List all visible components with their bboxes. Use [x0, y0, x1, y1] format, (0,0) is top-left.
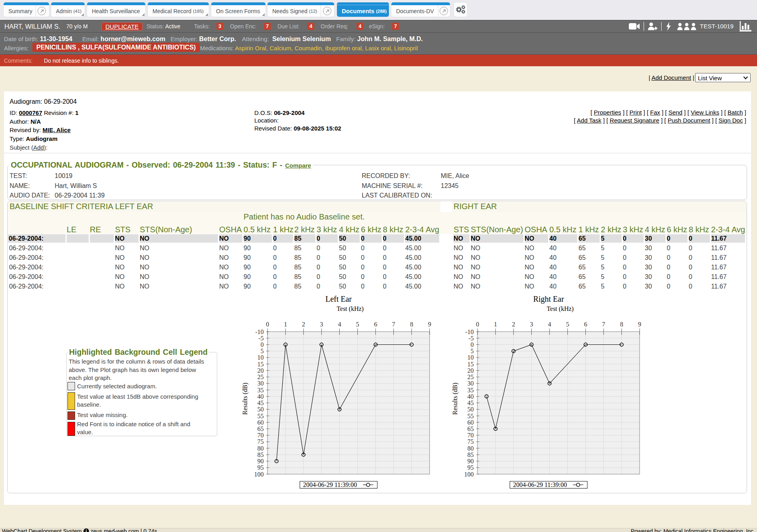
svg-text:60: 60: [468, 419, 474, 426]
svg-text:100: 100: [254, 471, 264, 478]
svg-text:85: 85: [468, 451, 474, 458]
svg-text:35: 35: [468, 387, 474, 394]
svg-text:2: 2: [512, 321, 515, 328]
svg-text:Results (dB): Results (dB): [452, 383, 459, 415]
svg-text:-5: -5: [468, 335, 474, 342]
svg-text:100: 100: [464, 471, 474, 478]
svg-text:95: 95: [468, 464, 474, 471]
svg-text:45: 45: [258, 399, 264, 406]
svg-text:3: 3: [530, 321, 533, 328]
svg-text:5: 5: [261, 348, 264, 354]
svg-text:15: 15: [258, 361, 264, 368]
svg-text:40: 40: [258, 393, 264, 400]
svg-text:-10: -10: [465, 328, 474, 335]
svg-text:50: 50: [468, 406, 474, 413]
svg-text:Test (kHz): Test (kHz): [547, 305, 574, 312]
svg-text:1: 1: [284, 321, 287, 328]
svg-text:5: 5: [471, 348, 474, 354]
svg-text:7: 7: [392, 321, 395, 328]
svg-text:10: 10: [258, 354, 264, 361]
svg-text:15: 15: [468, 361, 474, 368]
svg-text:60: 60: [258, 419, 264, 426]
svg-text:0: 0: [471, 341, 474, 348]
svg-text:70: 70: [258, 432, 264, 439]
svg-text:70: 70: [468, 432, 474, 439]
svg-text:65: 65: [468, 425, 474, 432]
svg-text:30: 30: [468, 380, 474, 387]
svg-text:30: 30: [258, 380, 264, 387]
svg-text:-10: -10: [255, 328, 264, 335]
svg-text:45: 45: [468, 399, 474, 406]
svg-text:6: 6: [584, 321, 587, 328]
svg-text:80: 80: [468, 445, 474, 452]
svg-text:25: 25: [468, 374, 474, 380]
svg-text:80: 80: [258, 445, 264, 452]
svg-text:2004-06-29 11:39:00: 2004-06-29 11:39:00: [303, 481, 357, 488]
svg-text:35: 35: [258, 387, 264, 394]
svg-text:6: 6: [374, 321, 377, 328]
svg-text:25: 25: [258, 374, 264, 380]
svg-text:Test (kHz): Test (kHz): [337, 305, 364, 312]
svg-text:1: 1: [494, 321, 497, 328]
svg-text:9: 9: [428, 321, 431, 328]
svg-text:20: 20: [258, 367, 264, 374]
svg-text:10: 10: [468, 354, 474, 361]
svg-text:40: 40: [468, 393, 474, 400]
svg-text:0: 0: [476, 321, 479, 328]
svg-text:90: 90: [468, 458, 474, 465]
svg-text:Results (dB): Results (dB): [242, 383, 249, 415]
svg-text:3: 3: [320, 321, 323, 328]
svg-text:Right Ear: Right Ear: [533, 295, 564, 304]
svg-text:5: 5: [566, 321, 569, 328]
svg-text:55: 55: [468, 413, 474, 419]
svg-text:95: 95: [258, 464, 264, 471]
svg-text:9: 9: [638, 321, 641, 328]
svg-text:90: 90: [258, 458, 264, 465]
svg-text:Left Ear: Left Ear: [325, 295, 352, 303]
svg-text:2: 2: [302, 321, 305, 328]
svg-text:75: 75: [468, 438, 474, 445]
svg-text:2004-06-29 11:39:00: 2004-06-29 11:39:00: [513, 481, 567, 488]
svg-text:0: 0: [261, 341, 264, 348]
svg-text:8: 8: [410, 321, 413, 328]
svg-text:-5: -5: [258, 335, 264, 342]
svg-text:50: 50: [258, 406, 264, 413]
svg-text:5: 5: [356, 321, 359, 328]
svg-text:85: 85: [258, 451, 264, 458]
svg-text:65: 65: [258, 425, 264, 432]
svg-text:55: 55: [258, 413, 264, 419]
svg-text:4: 4: [338, 321, 341, 328]
svg-text:0: 0: [266, 321, 269, 328]
svg-text:4: 4: [548, 321, 551, 328]
svg-text:8: 8: [620, 321, 623, 328]
svg-text:20: 20: [468, 367, 474, 374]
svg-text:75: 75: [258, 438, 264, 445]
svg-text:7: 7: [602, 321, 605, 328]
